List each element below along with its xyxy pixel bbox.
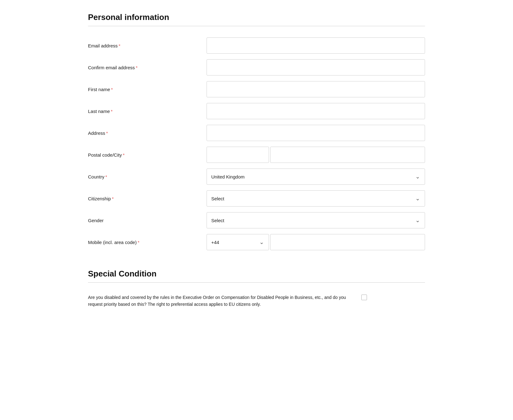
confirm-email-label: Confirm email address*: [88, 65, 207, 70]
postal-city-row: Postal code/City*: [88, 147, 425, 163]
first-name-required: *: [111, 87, 113, 92]
citizenship-select[interactable]: Select British American German French: [207, 190, 425, 207]
page-container: Personal information Email address* Conf…: [69, 0, 444, 339]
address-row: Address*: [88, 125, 425, 141]
confirm-email-control: [207, 59, 425, 76]
special-condition-section: Special Condition Are you disabled and c…: [88, 269, 425, 308]
phone-code-select[interactable]: +44 +1 +49 +33 +34: [207, 234, 269, 250]
phone-code-wrapper: +44 +1 +49 +33 +34 ⌄: [207, 234, 269, 250]
special-condition-checkbox[interactable]: [361, 295, 367, 300]
gender-select-wrapper: Select Male Female Non-binary Prefer not…: [207, 212, 425, 228]
postal-code-input[interactable]: [207, 147, 269, 163]
gender-control: Select Male Female Non-binary Prefer not…: [207, 212, 425, 228]
last-name-required: *: [111, 109, 113, 114]
country-select[interactable]: United Kingdom United States Germany Fra…: [207, 168, 425, 185]
email-row: Email address*: [88, 37, 425, 54]
special-condition-row: Are you disabled and covered by the rule…: [88, 294, 425, 308]
phone-group: +44 +1 +49 +33 +34 ⌄: [207, 234, 425, 250]
country-control: United Kingdom United States Germany Fra…: [207, 168, 425, 185]
country-row: Country* United Kingdom United States Ge…: [88, 168, 425, 185]
citizenship-select-wrapper: Select British American German French ⌄: [207, 190, 425, 207]
last-name-row: Last name*: [88, 103, 425, 119]
personal-info-section: Personal information Email address* Conf…: [88, 12, 425, 250]
postal-city-required: *: [123, 152, 125, 158]
first-name-input[interactable]: [207, 81, 425, 97]
citizenship-control: Select British American German French ⌄: [207, 190, 425, 207]
postal-city-label: Postal code/City*: [88, 152, 207, 158]
mobile-row: Mobile (incl. area code)* +44 +1 +49 +33…: [88, 234, 425, 250]
address-label: Address*: [88, 130, 207, 136]
first-name-label: First name*: [88, 87, 207, 92]
personal-info-divider: [88, 26, 425, 26]
country-required: *: [105, 174, 107, 179]
citizenship-label: Citizenship*: [88, 196, 207, 201]
email-input[interactable]: [207, 37, 425, 54]
country-label: Country*: [88, 174, 207, 179]
country-select-wrapper: United Kingdom United States Germany Fra…: [207, 168, 425, 185]
personal-info-title: Personal information: [88, 12, 425, 22]
last-name-control: [207, 103, 425, 119]
email-label: Email address*: [88, 43, 207, 48]
confirm-email-row: Confirm email address*: [88, 59, 425, 76]
first-name-control: [207, 81, 425, 97]
special-condition-description: Are you disabled and covered by the rule…: [88, 294, 356, 308]
mobile-label: Mobile (incl. area code)*: [88, 240, 207, 245]
last-name-input[interactable]: [207, 103, 425, 119]
postal-city-group: [207, 147, 425, 163]
citizenship-row: Citizenship* Select British American Ger…: [88, 190, 425, 207]
email-required: *: [119, 43, 120, 48]
address-input[interactable]: [207, 125, 425, 141]
citizenship-required: *: [112, 196, 114, 201]
special-condition-title: Special Condition: [88, 269, 425, 279]
gender-row: Gender Select Male Female Non-binary Pre…: [88, 212, 425, 228]
address-required: *: [106, 130, 108, 136]
gender-select[interactable]: Select Male Female Non-binary Prefer not…: [207, 212, 425, 228]
gender-label: Gender: [88, 218, 207, 223]
special-condition-divider: [88, 282, 425, 283]
address-control: [207, 125, 425, 141]
phone-number-input[interactable]: [270, 234, 425, 250]
mobile-required: *: [138, 240, 139, 245]
first-name-row: First name*: [88, 81, 425, 97]
confirm-email-required: *: [136, 65, 138, 70]
email-control: [207, 37, 425, 54]
last-name-label: Last name*: [88, 109, 207, 114]
confirm-email-input[interactable]: [207, 59, 425, 76]
city-input[interactable]: [270, 147, 425, 163]
